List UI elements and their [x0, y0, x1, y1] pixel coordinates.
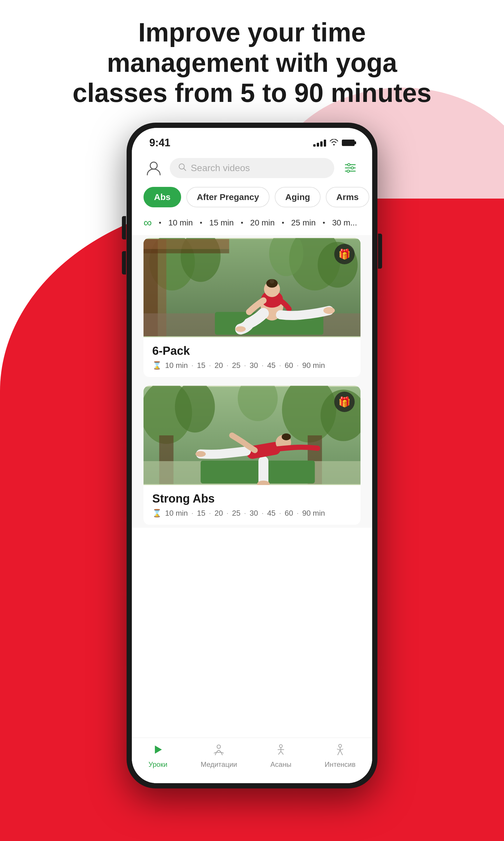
time-chip-15[interactable]: 15 min	[209, 218, 234, 227]
time-chip-20[interactable]: 20 min	[250, 218, 275, 227]
svg-point-6	[351, 167, 354, 169]
svg-rect-18	[144, 239, 229, 249]
header-text: Improve your time management with yoga c…	[0, 18, 504, 108]
hourglass-icon: ⌛	[152, 361, 162, 370]
gift-badge-2: 🎁	[334, 392, 355, 412]
nav-icon-meditation	[212, 744, 225, 758]
video-info-2: Strong Abs ⌛ 10 min · 15 · 20 · 25 · 30 …	[144, 485, 360, 525]
app-header: Search videos	[132, 152, 372, 184]
svg-point-28	[323, 307, 335, 314]
nav-item-meditacii[interactable]: Медитации	[201, 744, 237, 769]
hourglass-icon-2: ⌛	[152, 509, 162, 518]
user-avatar-button[interactable]	[144, 158, 164, 178]
svg-point-0	[150, 162, 157, 169]
nav-icon-play	[152, 744, 164, 758]
gift-badge-1: 🎁	[334, 244, 355, 264]
video-card-2[interactable]: 🎁 Strong Abs ⌛ 10 min · 15 · 20 · 25 · 3	[144, 386, 360, 525]
filter-button[interactable]	[340, 158, 360, 178]
video-thumbnail-2: 🎁	[144, 386, 360, 485]
status-icons	[313, 138, 355, 148]
category-tab-arms[interactable]: Arms	[326, 187, 369, 207]
status-time: 9:41	[149, 137, 170, 149]
video-durations-1: ⌛ 10 min · 15 · 20 · 25 · 30 · 45 · 60	[152, 361, 352, 370]
search-icon	[178, 162, 187, 173]
nav-item-asany[interactable]: Асаны	[270, 744, 291, 769]
time-chip-30[interactable]: 30 m...	[332, 218, 357, 227]
svg-point-46	[280, 745, 282, 748]
nav-item-intensiv[interactable]: Интенсив	[325, 744, 356, 769]
svg-point-26	[270, 279, 274, 284]
wifi-icon	[329, 138, 338, 148]
svg-point-43	[195, 451, 205, 457]
battery-icon	[342, 140, 355, 146]
category-tab-aging[interactable]: Aging	[275, 187, 321, 207]
video-title-2: Strong Abs	[152, 492, 352, 505]
infinity-icon[interactable]: ∞	[144, 216, 152, 229]
video-thumbnail-1: 🎁	[144, 238, 360, 337]
svg-point-47	[339, 744, 342, 747]
video-list: 🎁 6-Pack ⌛ 10 min · 15 · 20 · 25 · 30	[132, 235, 372, 528]
svg-point-27	[235, 326, 246, 332]
search-placeholder: Search videos	[191, 162, 250, 173]
video-title-1: 6-Pack	[152, 344, 352, 357]
svg-point-5	[348, 164, 350, 166]
svg-point-42	[282, 433, 291, 440]
bottom-nav: Уроки Медитации	[132, 738, 372, 783]
category-tab-abs[interactable]: Abs	[144, 187, 181, 207]
phone-mockup: 9:41	[127, 123, 377, 788]
nav-label-meditacii: Медитации	[201, 760, 237, 769]
signal-bars-icon	[313, 139, 326, 147]
phone-screen: 9:41	[132, 128, 372, 783]
svg-point-7	[347, 170, 349, 172]
time-chip-10[interactable]: 10 min	[168, 218, 193, 227]
nav-icon-intensiv	[334, 744, 346, 758]
nav-item-uroki[interactable]: Уроки	[148, 744, 167, 769]
video-info-1: 6-Pack ⌛ 10 min · 15 · 20 · 25 · 30 · 45	[144, 337, 360, 377]
category-tab-after-pregancy[interactable]: After Pregancy	[186, 187, 270, 207]
svg-rect-19	[144, 249, 229, 254]
category-tabs: Abs After Pregancy Aging Arms Befor	[132, 184, 372, 213]
time-chip-25[interactable]: 25 min	[291, 218, 316, 227]
video-card-1[interactable]: 🎁 6-Pack ⌛ 10 min · 15 · 20 · 25 · 30	[144, 238, 360, 377]
nav-icon-asana	[274, 744, 287, 758]
svg-marker-44	[155, 745, 162, 754]
svg-point-45	[217, 745, 220, 749]
nav-label-asany: Асаны	[270, 760, 291, 769]
svg-rect-38	[201, 461, 315, 483]
time-filter: ∞ • 10 min • 15 min • 20 min • 25 min • …	[132, 213, 372, 235]
nav-label-uroki: Уроки	[148, 760, 167, 769]
video-durations-2: ⌛ 10 min · 15 · 20 · 25 · 30 · 45 · 60	[152, 509, 352, 518]
nav-label-intensiv: Интенсив	[325, 760, 356, 769]
search-bar[interactable]: Search videos	[170, 158, 334, 178]
status-bar: 9:41	[132, 128, 372, 152]
